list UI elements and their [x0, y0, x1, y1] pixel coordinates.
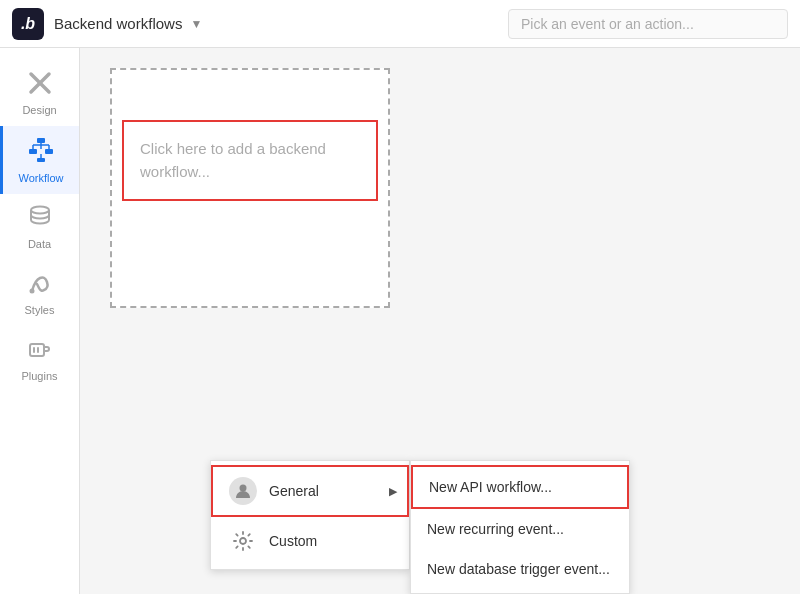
sidebar-item-design-label: Design: [22, 104, 56, 116]
design-icon: [27, 70, 53, 100]
new-api-workflow-label: New API workflow...: [429, 479, 552, 495]
header-title: Backend workflows: [54, 15, 182, 32]
svg-point-16: [240, 485, 247, 492]
search-placeholder: Pick an event or an action...: [521, 16, 694, 32]
svg-rect-4: [45, 149, 53, 154]
svg-rect-2: [37, 138, 45, 143]
new-db-trigger-item[interactable]: New database trigger event...: [411, 549, 629, 589]
general-arrow: ▶: [389, 485, 397, 498]
general-label: General: [269, 483, 319, 499]
canvas-area: Click here to add a backend workflow...: [80, 48, 800, 328]
svg-point-12: [29, 289, 34, 294]
data-icon: [27, 204, 53, 234]
search-input[interactable]: Pick an event or an action...: [508, 9, 788, 39]
sidebar-item-plugins-label: Plugins: [21, 370, 57, 382]
add-workflow-label: Click here to add a backend workflow...: [140, 140, 326, 180]
styles-icon: [27, 270, 53, 300]
plugins-icon: [27, 336, 53, 366]
sidebar-item-data-label: Data: [28, 238, 51, 250]
header-dropdown-arrow[interactable]: ▼: [190, 17, 202, 31]
svg-rect-3: [29, 149, 37, 154]
custom-menu-item[interactable]: Custom: [211, 517, 409, 565]
new-recurring-event-label: New recurring event...: [427, 521, 564, 537]
svg-point-17: [240, 538, 246, 544]
custom-icon: [229, 527, 257, 555]
svg-point-11: [31, 207, 49, 214]
logo: .b: [12, 8, 44, 40]
sidebar-item-styles-label: Styles: [25, 304, 55, 316]
general-menu-item[interactable]: General ▶: [211, 465, 409, 517]
sidebar-item-data[interactable]: Data: [0, 194, 79, 260]
new-db-trigger-label: New database trigger event...: [427, 561, 610, 577]
sidebar-item-workflow-label: Workflow: [18, 172, 63, 184]
svg-rect-5: [37, 158, 45, 162]
right-menu: New API workflow... New recurring event.…: [410, 460, 630, 594]
new-recurring-event-item[interactable]: New recurring event...: [411, 509, 629, 549]
context-menu-container: General ▶ Custom New API: [210, 460, 630, 594]
sidebar-item-workflow[interactable]: Workflow: [0, 126, 79, 194]
workflow-canvas[interactable]: Click here to add a backend workflow...: [110, 68, 390, 308]
general-icon: [229, 477, 257, 505]
custom-label: Custom: [269, 533, 317, 549]
main-area: Design Workflow: [0, 48, 800, 594]
workflow-icon: [27, 136, 55, 168]
left-menu: General ▶ Custom: [210, 460, 410, 570]
add-workflow-button[interactable]: Click here to add a backend workflow...: [122, 120, 378, 201]
sidebar-item-plugins[interactable]: Plugins: [0, 326, 79, 392]
sidebar-item-design[interactable]: Design: [0, 60, 79, 126]
new-api-workflow-item[interactable]: New API workflow...: [411, 465, 629, 509]
content-area: Click here to add a backend workflow... …: [80, 48, 800, 594]
header: .b Backend workflows ▼ Pick an event or …: [0, 0, 800, 48]
sidebar-item-styles[interactable]: Styles: [0, 260, 79, 326]
sidebar: Design Workflow: [0, 48, 80, 594]
